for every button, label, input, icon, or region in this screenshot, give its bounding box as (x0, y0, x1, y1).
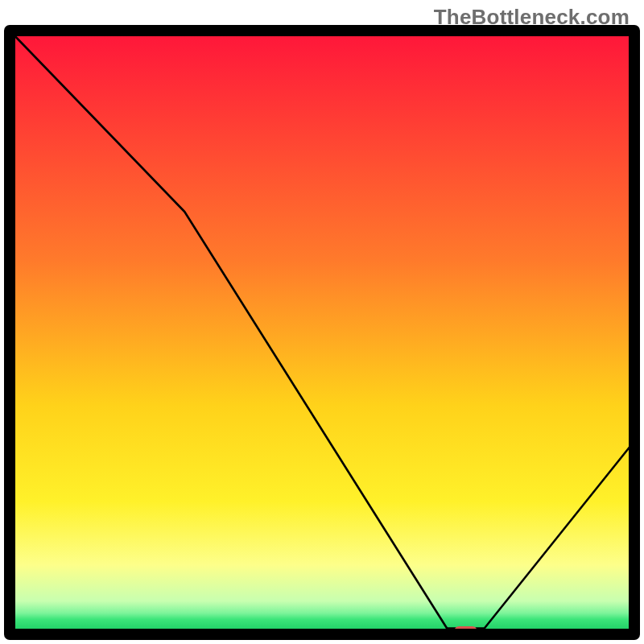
bottleneck-curve-chart (0, 0, 644, 644)
chart-frame: TheBottleneck.com (0, 0, 644, 644)
watermark-text: TheBottleneck.com (434, 5, 630, 30)
